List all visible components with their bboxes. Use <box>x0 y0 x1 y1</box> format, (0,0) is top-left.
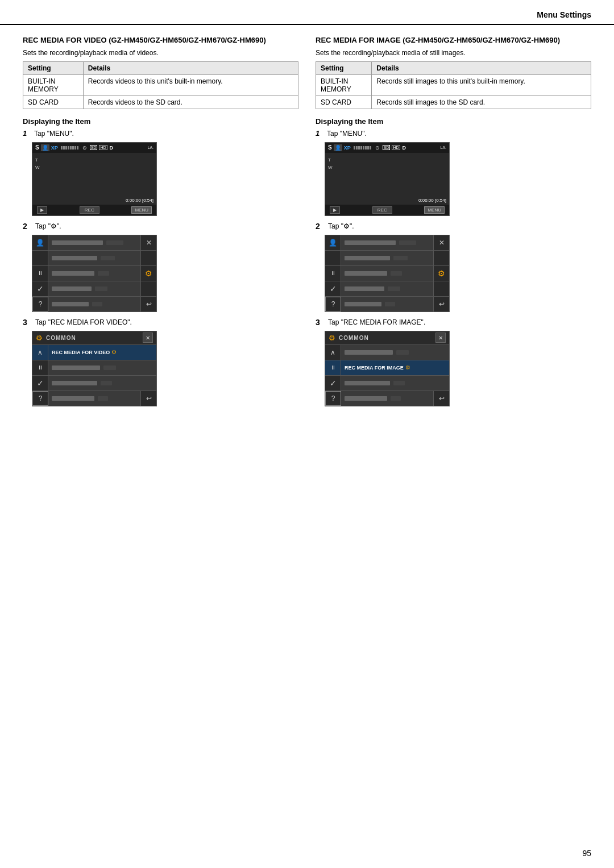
rcam-menu-btn: MENU <box>424 206 445 214</box>
table-row: BUILT-INMEMORY Records still images to t… <box>316 75 591 96</box>
left-back-btn: ↩ <box>140 391 156 406</box>
left-menu-screen-1: 👤 ✕ ⏸ <box>32 235 157 312</box>
right-step1-num: 1 <box>316 129 325 138</box>
left-gear-icon: ⚙ <box>36 334 43 342</box>
left-section-desc: Sets the recording/playback media of vid… <box>23 49 298 57</box>
left-back-icon: ↩ <box>146 394 152 402</box>
right-step1: 1 Tap "MENU". <box>316 129 591 139</box>
cam-xp-label: XP <box>51 145 58 151</box>
left-column: REC MEDIA FOR VIDEO (GZ-HM450/GZ-HM650/G… <box>23 35 298 412</box>
left-row2-details: Records videos to the SD card. <box>83 96 298 109</box>
right-bar-4th-b <box>391 396 401 401</box>
rmenu-bar-1b <box>399 240 416 245</box>
left-rec-video-gear: ⚙ <box>111 349 117 355</box>
left-row-4th: ? ↩ <box>32 391 156 406</box>
right-step2-num: 2 <box>316 222 325 231</box>
rcam-wifi-icon: ⊙ <box>375 145 380 151</box>
right-up-bar <box>345 350 393 355</box>
left-bar-4th <box>52 396 94 401</box>
right-step3-text: Tap "REC MEDIA FOR IMAGE". <box>328 318 425 327</box>
rcam-xp-label: XP <box>344 145 351 151</box>
right-step3-num: 3 <box>316 318 325 327</box>
left-bar-2nd-b <box>103 366 116 370</box>
table-row: BUILT-INMEMORY Records videos to this un… <box>23 75 298 96</box>
menu-bar-5b <box>92 302 102 306</box>
right-step2-text: Tap "⚙". <box>328 222 354 231</box>
menu-right-3: ⚙ <box>140 266 156 281</box>
battery-indicator <box>61 146 78 149</box>
left-up-icon: ∧ <box>32 345 48 360</box>
right-display-item-title: Displaying the Item <box>316 117 591 126</box>
right-bar-3rd-b <box>393 381 405 385</box>
left-content-2nd <box>48 364 156 371</box>
rmenu-check-icon: ✓ <box>325 281 341 296</box>
left-common-header: ⚙ COMMON ✕ <box>32 331 156 345</box>
left-content-4th <box>48 395 140 402</box>
rmenu-content-top <box>341 239 433 246</box>
menu-bar-3b <box>98 271 109 276</box>
rmenu-bar-5b <box>385 302 395 306</box>
rmenu-right-5: ↩ <box>433 297 449 312</box>
rcam-tw-label: TW <box>328 157 333 172</box>
menu-question-icon: ? <box>32 297 48 312</box>
menu-pause-icon: ⏸ <box>32 266 48 281</box>
rmenu-empty-1 <box>325 251 341 265</box>
left-close-btn[interactable]: ✕ <box>143 333 153 343</box>
left-bar-3rd-b <box>101 381 112 385</box>
menu-bar-2 <box>52 256 97 260</box>
right-step3: 3 Tap "REC MEDIA FOR IMAGE". <box>316 318 591 327</box>
rmenu-bar-3 <box>345 271 387 276</box>
header-title: Menu Settings <box>537 10 591 19</box>
left-step2-text: Tap "⚙". <box>35 222 61 231</box>
right-common-label: COMMON <box>339 335 369 341</box>
menu-check-icon: ✓ <box>32 281 48 296</box>
left-row-2nd: ⏸ <box>32 360 156 376</box>
right-back-icon: ↩ <box>439 394 445 402</box>
right-rec-image-label: REC MEDIA FOR IMAGE <box>345 365 404 371</box>
cam-tw-label: TW <box>35 157 40 172</box>
left-bar-2nd <box>52 366 100 370</box>
rmenu-question-icon: ? <box>325 297 341 312</box>
left-table-col2: Details <box>83 62 298 75</box>
right-content-4th <box>341 395 433 402</box>
left-rec-video-row: ∧ REC MEDIA FOR VIDEO ⚙ <box>32 345 156 360</box>
menu-bar-1b <box>106 240 123 245</box>
menu-content-4 <box>48 285 140 292</box>
gear-icon: ⚙ <box>145 269 152 278</box>
right-step2: 2 Tap "⚙". <box>316 222 591 231</box>
right-gear-icon: ⚙ <box>329 334 335 342</box>
cam-play-btn: ▶ <box>37 206 47 214</box>
rmenu-right-4 <box>433 281 449 296</box>
menu-empty-1 <box>32 251 48 265</box>
rcam-s-icon: S <box>328 144 332 151</box>
rclose-icon: ✕ <box>439 239 445 247</box>
cam-la-label: LA. <box>147 146 154 149</box>
rmenu-content-3 <box>341 270 433 277</box>
rmenu-bar-5 <box>345 302 381 306</box>
menu-right-2 <box>140 251 156 265</box>
rcam-time-display: 0:00:00 [0:54] <box>418 198 446 203</box>
left-section-title: REC MEDIA FOR VIDEO (GZ-HM450/GZ-HM650/G… <box>23 35 298 45</box>
left-check-2: ✓ <box>32 376 48 391</box>
menu-content-2 <box>48 255 140 261</box>
right-rec-image-row: ⏸ REC MEDIA FOR IMAGE ⚙ <box>325 360 449 376</box>
left-row1-setting: BUILT-INMEMORY <box>23 75 84 96</box>
menu-content-3 <box>48 270 140 277</box>
cam-wifi-icon: ⊙ <box>82 145 87 151</box>
rmenu-bar-2 <box>345 256 390 260</box>
cam-sd-label: SD <box>90 145 98 150</box>
rmenu-pause-icon: ⏸ <box>325 266 341 281</box>
left-common-screen: ⚙ COMMON ✕ ∧ REC MEDIA FOR VIDEO ⚙ ⏸ ✓ <box>32 331 157 406</box>
menu-bar-4b <box>95 286 107 291</box>
right-question-2: ? <box>325 391 341 406</box>
left-bar-3rd <box>52 381 97 385</box>
left-step2: 2 Tap "⚙". <box>23 222 298 231</box>
right-close-btn[interactable]: ✕ <box>435 333 446 343</box>
right-bar-4th <box>345 396 387 401</box>
right-up-content <box>341 349 449 356</box>
table-row: SD CARD Records still images to the SD c… <box>316 96 591 109</box>
right-up-icon: ∧ <box>325 345 341 360</box>
cam-time-display: 0:00:00 [0:54] <box>126 198 154 203</box>
rmenu-row-2 <box>325 251 449 266</box>
right-section-title: REC MEDIA FOR IMAGE (GZ-HM450/GZ-HM650/G… <box>316 35 591 45</box>
